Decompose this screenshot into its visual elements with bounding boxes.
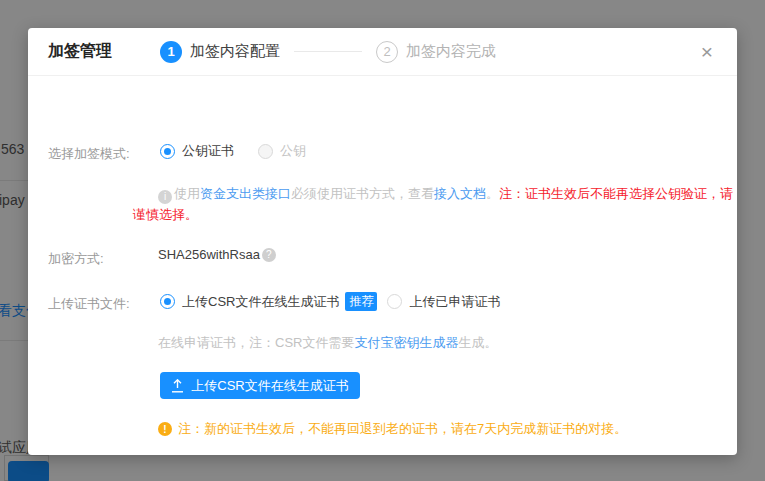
encrypt-method-value: SHA256withRsaa (158, 247, 260, 262)
recommended-badge: 推荐 (345, 292, 377, 311)
note-warning-text: 谨慎选择。 (133, 207, 198, 222)
radio-public-key-cert-label[interactable]: 公钥证书 (182, 142, 234, 160)
upload-csr-button-label: 上传CSR文件在线生成证书 (191, 377, 348, 395)
encrypt-row-label: 加密方式: (48, 250, 104, 268)
steps-indicator: 1 加签内容配置 2 加签内容完成 (160, 41, 496, 63)
note-text: 使用 (174, 186, 200, 201)
certificate-warning: ! 注：新的证书生效后，不能再回退到老的证书，请在7天内完成新证书的对接。 (158, 420, 627, 438)
mode-note-line-1: i使用资金支出类接口必须使用证书方式，查看接入文档。注：证书生效后不能再选择公钥… (158, 185, 733, 204)
upload-icon (171, 379, 184, 393)
csr-hint: 在线申请证书，注：CSR文件需要支付宝密钥生成器生成。 (158, 334, 497, 352)
mode-note-line-2: 谨慎选择。 (133, 206, 198, 224)
step-connector-line (294, 51, 362, 52)
signature-management-dialog: 加签管理 1 加签内容配置 2 加签内容完成 × 选择加签模式: 公钥证书 公钥… (28, 28, 737, 455)
radio-public-key-label[interactable]: 公钥 (280, 142, 306, 160)
dialog-title: 加签管理 (48, 41, 112, 62)
funds-api-link[interactable]: 资金支出类接口 (200, 186, 291, 201)
step-2-circle: 2 (376, 41, 398, 63)
info-icon: i (158, 190, 172, 204)
dialog-header: 加签管理 1 加签内容配置 2 加签内容完成 × (28, 28, 737, 76)
warning-text: 注：新的证书生效后，不能再回退到老的证书，请在7天内完成新证书的对接。 (178, 420, 627, 438)
help-icon[interactable]: ? (262, 248, 276, 262)
note-text: 必须使用证书方式，查看 (291, 186, 434, 201)
mode-row-label: 选择加签模式: (48, 145, 130, 163)
radio-public-key-cert[interactable] (160, 144, 175, 159)
radio-upload-existing[interactable] (387, 294, 402, 309)
radio-upload-csr[interactable] (160, 294, 175, 309)
step-2-label: 加签内容完成 (406, 42, 496, 61)
hint-text: 在线申请证书，注：CSR文件需要 (158, 335, 354, 350)
encrypt-row-value: SHA256withRsaa ? (158, 247, 278, 262)
integration-doc-link[interactable]: 接入文档 (434, 186, 486, 201)
radio-upload-csr-label[interactable]: 上传CSR文件在线生成证书 (182, 293, 339, 311)
key-generator-link[interactable]: 支付宝密钥生成器 (354, 335, 458, 350)
mode-radio-group: 公钥证书 公钥 (160, 142, 306, 160)
radio-upload-existing-label[interactable]: 上传已申请证书 (409, 293, 500, 311)
note-text: 。 (486, 186, 499, 201)
step-1-circle: 1 (160, 41, 182, 63)
upload-row-label: 上传证书文件: (48, 295, 130, 313)
warning-icon: ! (158, 422, 172, 436)
note-warning-text: 注：证书生效后不能再选择公钥验证，请 (499, 186, 733, 201)
upload-radio-group: 上传CSR文件在线生成证书 推荐 上传已申请证书 (160, 292, 500, 311)
radio-public-key[interactable] (258, 144, 273, 159)
hint-text: 生成。 (458, 335, 497, 350)
close-icon[interactable]: × (697, 39, 717, 64)
step-1-label: 加签内容配置 (190, 42, 280, 61)
upload-csr-button[interactable]: 上传CSR文件在线生成证书 (160, 372, 360, 399)
